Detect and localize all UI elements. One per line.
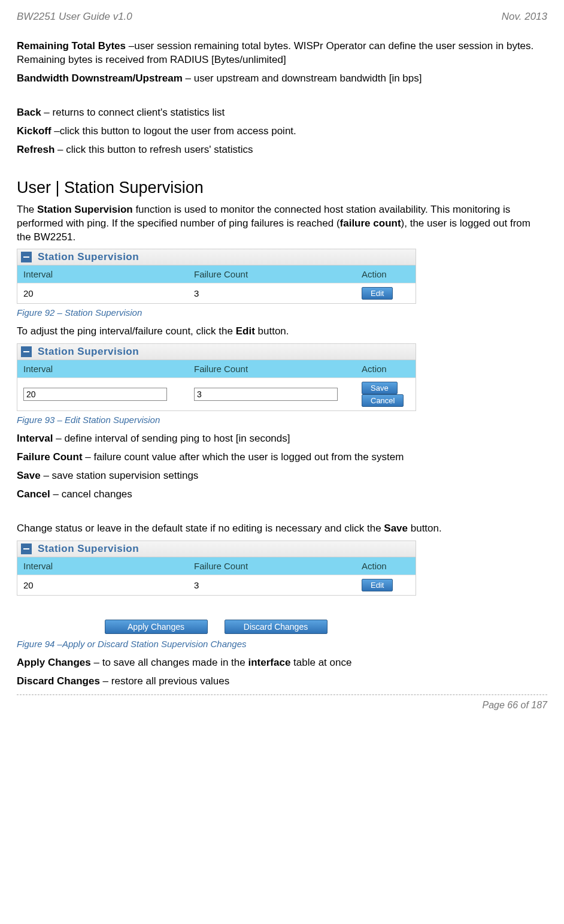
cancel-button[interactable]: Cancel: [362, 394, 404, 407]
panel-columns: Interval Failure Count Action: [17, 557, 416, 575]
sep: –: [126, 40, 134, 52]
panel-title: Station Supervision: [38, 543, 139, 555]
def-bandwidth: Bandwidth Downstream/Upstream – user ups…: [17, 72, 547, 86]
sep: –: [51, 125, 60, 137]
term: Bandwidth Downstream/Upstream: [17, 73, 183, 84]
cell-interval: 20: [17, 285, 188, 302]
sep: –: [100, 675, 111, 687]
apply-changes-button[interactable]: Apply Changes: [105, 620, 208, 634]
collapse-icon[interactable]: [21, 346, 32, 357]
station-supervision-panel-view2: Station Supervision Interval Failure Cou…: [17, 540, 416, 596]
panel-row: Save Cancel: [17, 378, 416, 410]
section-heading: User | Station Supervision: [17, 179, 547, 197]
change-sentence: Change status or leave in the default st…: [17, 522, 547, 536]
section-intro: The Station Supervision function is used…: [17, 203, 547, 244]
failure-input[interactable]: [194, 388, 338, 401]
cell-action: Edit: [356, 575, 416, 595]
station-supervision-panel-edit: Station Supervision Interval Failure Cou…: [17, 343, 416, 411]
panel-columns: Interval Failure Count Action: [17, 265, 416, 283]
def-cancel: Cancel – cancel changes: [17, 488, 547, 502]
col-failure: Failure Count: [188, 557, 356, 575]
sep: –: [53, 433, 64, 444]
page-number: Page 66 of 187: [17, 700, 547, 711]
doc-title: BW2251 User Guide v1.0: [17, 11, 132, 23]
col-interval: Interval: [17, 557, 188, 575]
figure-92-caption: Figure 92 – Station Supervision: [17, 307, 547, 318]
desc: save station supervision settings: [52, 470, 199, 481]
desc: click this button to refresh users' stat…: [66, 144, 253, 155]
save-button[interactable]: Save: [362, 382, 398, 394]
term: Save: [17, 470, 41, 481]
panel-title: Station Supervision: [38, 346, 139, 358]
term: Remaining Total Bytes: [17, 40, 126, 52]
col-action: Action: [356, 360, 416, 378]
cell-failure: 3: [188, 285, 356, 302]
term: Apply Changes: [17, 657, 91, 668]
desc: failure count value after which the user…: [93, 451, 404, 463]
panel-title: Station Supervision: [38, 251, 139, 263]
apply-discard-row: Apply Changes Discard Changes: [17, 620, 415, 634]
sep: –: [41, 107, 53, 118]
discard-changes-button[interactable]: Discard Changes: [225, 620, 328, 634]
def-apply-changes: Apply Changes – to save all changes made…: [17, 656, 547, 670]
col-failure: Failure Count: [188, 265, 356, 283]
sep: –: [91, 657, 102, 668]
sep: –: [183, 73, 194, 84]
term: Kickoff: [17, 125, 51, 137]
edit-button[interactable]: Edit: [362, 287, 393, 300]
term: Refresh: [17, 144, 54, 155]
panel-header: Station Supervision: [17, 344, 416, 360]
panel-row: 20 3 Edit: [17, 575, 416, 595]
col-interval: Interval: [17, 360, 188, 378]
footer-divider: [17, 694, 547, 695]
panel-header: Station Supervision: [17, 249, 416, 265]
col-failure: Failure Count: [188, 360, 356, 378]
desc: restore all previous values: [111, 675, 229, 687]
def-interval: Interval – define interval of sending pi…: [17, 432, 547, 446]
interval-input[interactable]: [23, 388, 167, 401]
def-save: Save – save station supervision settings: [17, 469, 547, 483]
panel-header: Station Supervision: [17, 541, 416, 557]
station-supervision-panel-view1: Station Supervision Interval Failure Cou…: [17, 249, 416, 304]
desc: click this button to logout the user fro…: [60, 125, 296, 137]
collapse-icon[interactable]: [21, 252, 32, 262]
edit-sentence: To adjust the ping interval/failure coun…: [17, 325, 547, 339]
col-interval: Interval: [17, 265, 188, 283]
sep: –: [83, 451, 94, 463]
term: Discard Changes: [17, 675, 100, 687]
def-back: Back – returns to connect client's stati…: [17, 106, 547, 120]
panel-row: 20 3 Edit: [17, 283, 416, 303]
desc: cancel changes: [62, 488, 132, 500]
doc-date: Nov. 2013: [502, 11, 547, 23]
cell-failure: 3: [188, 576, 356, 594]
term: Interval: [17, 433, 53, 444]
panel-columns: Interval Failure Count Action: [17, 360, 416, 378]
def-discard-changes: Discard Changes – restore all previous v…: [17, 675, 547, 689]
sep: –: [50, 488, 62, 500]
sep: –: [41, 470, 52, 481]
cell-failure: [188, 384, 356, 404]
cell-action: Save Cancel: [356, 378, 416, 410]
desc: define interval of sending ping to host …: [64, 433, 290, 444]
desc: user upstream and downstream bandwidth […: [194, 73, 422, 84]
term: Back: [17, 107, 41, 118]
sep: –: [54, 144, 66, 155]
term: Failure Count: [17, 451, 83, 463]
def-kickoff: Kickoff –click this button to logout the…: [17, 125, 547, 138]
col-action: Action: [356, 557, 416, 575]
def-refresh: Refresh – click this button to refresh u…: [17, 143, 547, 157]
figure-93-caption: Figure 93 – Edit Station Supervision: [17, 415, 547, 425]
edit-button[interactable]: Edit: [362, 579, 393, 591]
collapse-icon[interactable]: [21, 543, 32, 554]
desc: returns to connect client's statistics l…: [53, 107, 225, 118]
figure-94-caption: Figure 94 –Apply or Discard Station Supe…: [17, 639, 547, 649]
cell-action: Edit: [356, 283, 416, 303]
col-action: Action: [356, 265, 416, 283]
cell-interval: 20: [17, 576, 188, 594]
def-remaining-total-bytes: Remaining Total Bytes –user session rema…: [17, 40, 547, 67]
cell-interval: [17, 384, 188, 404]
def-failure-count: Failure Count – failure count value afte…: [17, 451, 547, 464]
term: Cancel: [17, 488, 50, 500]
